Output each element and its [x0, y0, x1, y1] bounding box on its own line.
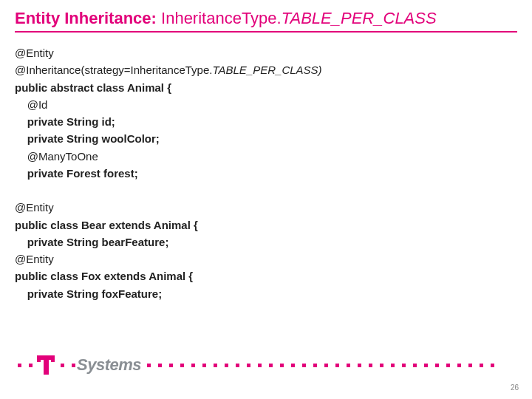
dot-icon — [369, 364, 372, 367]
code-line: private Forest forest; — [15, 167, 138, 180]
title-italic: TABLE_PER_CLASS — [282, 9, 437, 27]
dot-icon — [380, 364, 383, 367]
dot-icon — [435, 364, 439, 367]
dot-icon — [335, 364, 339, 367]
dot-icon — [424, 364, 428, 367]
code-line: public class Fox extends Animal { — [15, 270, 193, 282]
footer-left: Systems — [0, 355, 141, 375]
dot-icon — [269, 364, 273, 367]
title-light: InheritanceType. — [161, 9, 282, 27]
dot-icon — [247, 364, 250, 367]
dot-icon — [402, 364, 406, 367]
dot-icon — [413, 364, 417, 367]
code-line: private String id; — [15, 115, 115, 128]
dot-icon — [291, 364, 295, 367]
code-block: @Entity @Inheritance(strategy=Inheritanc… — [15, 44, 517, 302]
dot-icon — [457, 364, 461, 367]
logo — [37, 355, 56, 375]
code-line: @Entity — [15, 201, 54, 214]
code-line: public abstract class Animal { — [15, 81, 171, 94]
code-line: @ManyToOne — [15, 150, 98, 163]
code-line: private String bearFeature; — [15, 236, 168, 248]
dot-icon — [347, 364, 350, 367]
dots-mid — [61, 364, 75, 367]
dots-right — [147, 364, 532, 367]
dot-icon — [391, 364, 395, 367]
dot-icon — [225, 364, 228, 367]
slide-title: Entity Inheritance: InheritanceType.TABL… — [15, 9, 517, 33]
dot-icon — [446, 364, 450, 367]
dots-left — [18, 364, 33, 367]
dot-icon — [258, 364, 262, 367]
footer: Systems — [0, 355, 532, 375]
dot-icon — [214, 364, 217, 367]
dot-icon — [29, 364, 33, 367]
dot-icon — [61, 364, 64, 367]
code-line: @Entity — [15, 253, 54, 265]
dot-icon — [18, 364, 21, 367]
code-line: private String woolColor; — [15, 132, 160, 145]
dot-icon — [491, 364, 494, 367]
page-number: 26 — [511, 383, 519, 392]
slide: Entity Inheritance: InheritanceType.TABL… — [0, 0, 532, 399]
dot-icon — [324, 364, 328, 367]
title-bold: Entity Inheritance: — [15, 9, 161, 27]
dot-icon — [72, 364, 75, 367]
code-line-italic: TABLE_PER_CLASS) — [212, 64, 321, 76]
logo-text: Systems — [77, 355, 141, 375]
code-line: @Entity — [15, 47, 54, 59]
code-line: @Inheritance(strategy=InheritanceType. — [15, 64, 212, 76]
dot-icon — [191, 364, 195, 367]
dot-icon — [468, 364, 472, 367]
code-line: public class Bear extends Animal { — [15, 219, 198, 231]
dot-icon — [480, 364, 483, 367]
code-line: private String foxFeature; — [15, 287, 162, 300]
logo-t-icon — [37, 355, 55, 375]
dot-icon — [280, 364, 284, 367]
dot-icon — [169, 364, 173, 367]
dot-icon — [358, 364, 361, 367]
dot-icon — [202, 364, 206, 367]
dot-icon — [147, 364, 151, 367]
code-line: @Id — [15, 98, 47, 111]
dot-icon — [236, 364, 239, 367]
dot-icon — [302, 364, 306, 367]
dot-icon — [158, 364, 162, 367]
dot-icon — [313, 364, 317, 367]
dot-icon — [180, 364, 184, 367]
